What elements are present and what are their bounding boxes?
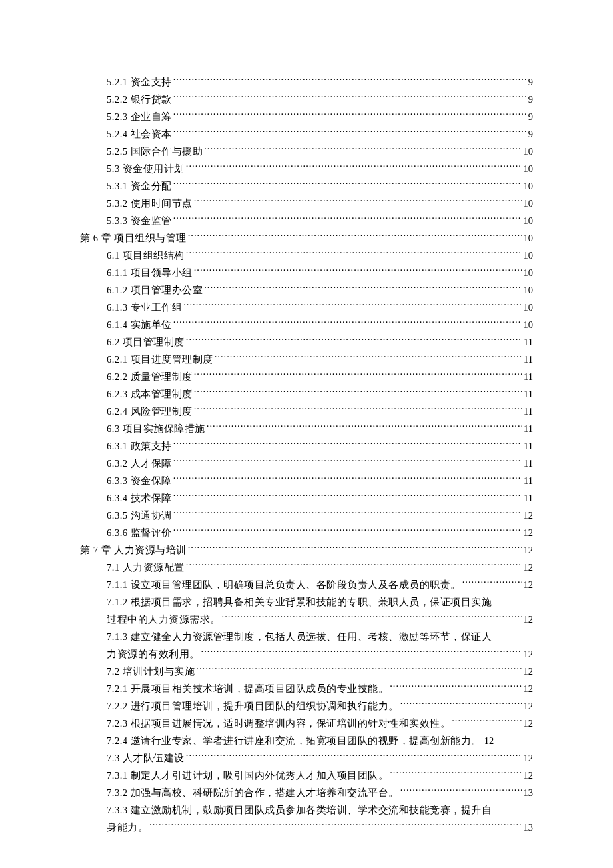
toc-leader-dots: [188, 544, 522, 554]
toc-leader-dots: [462, 579, 522, 589]
toc-entry[interactable]: 5.2.4 社会资本9: [80, 125, 533, 143]
toc-entry[interactable]: 7.2.1 开展项目相关技术培训，提高项目团队成员的专业技能。 12: [80, 680, 533, 697]
toc-entry[interactable]: 5.2.2 银行贷款9: [80, 91, 533, 108]
toc-page-number: 12: [524, 507, 534, 524]
toc-page-number: 11: [524, 385, 533, 403]
toc-entry[interactable]: 6.1 项目组织结构10: [80, 247, 533, 264]
toc-entry[interactable]: 6.1.2 项目管理办公室10: [80, 281, 533, 299]
toc-entry[interactable]: 5.2.1 资金支持9: [80, 73, 533, 91]
toc-entry-title: 7.3.2 加强与高校、科研院所的合作，搭建人才培养和交流平台。: [107, 784, 399, 801]
toc-entry[interactable]: 6.2.2 质量管理制度11: [80, 368, 533, 385]
toc-entry-title: 6.1.1 项目领导小组: [107, 264, 193, 281]
toc-entry[interactable]: 6.3.3 资金保障 11: [80, 472, 533, 489]
toc-leader-dots: [186, 249, 522, 259]
toc-page-number: 9: [528, 91, 533, 108]
toc-entry[interactable]: 7.1.1 设立项目管理团队，明确项目总负责人、各阶段负责人及各成员的职责。 1…: [80, 576, 533, 593]
toc-entry[interactable]: 7.1 人力资源配置12: [80, 559, 533, 576]
toc-entry-title: 7.3.1 制定人才引进计划，吸引国内外优秀人才加入项目团队。: [107, 767, 388, 784]
toc-page-number: 10: [524, 195, 534, 212]
toc-leader-dots: [194, 197, 522, 207]
toc-page-number: 12: [524, 611, 534, 628]
toc-entry[interactable]: 6.3.1 政策支持 11: [80, 437, 533, 455]
toc-page-number: 10: [524, 160, 534, 177]
toc-entry[interactable]: 6.3.2 人才保障 11: [80, 455, 533, 472]
toc-entry[interactable]: 7.1.3 建立健全人力资源管理制度，包括人员选拔、任用、考核、激励等环节，保证…: [80, 628, 533, 645]
toc-entry-title: 5.2.1 资金支持: [107, 73, 172, 91]
toc-entry[interactable]: 6.2 项目管理制度11: [80, 333, 533, 351]
toc-entry[interactable]: 6.3.5 沟通协调 12: [80, 507, 533, 524]
toc-leader-dots: [207, 423, 522, 433]
toc-entry-continuation[interactable]: 身能力。 13: [80, 819, 533, 836]
toc-page-number: 11: [524, 351, 533, 368]
toc-page-number: 9: [528, 73, 533, 91]
toc-entry[interactable]: 6.3 项目实施保障措施11: [80, 420, 533, 437]
toc-entry[interactable]: 第 6 章 项目组织与管理10: [80, 229, 533, 247]
toc-leader-dots: [173, 128, 527, 138]
toc-page-number: 12: [524, 697, 534, 715]
toc-page-number: 12: [524, 559, 534, 576]
toc-entry[interactable]: 5.3.3 资金监管 10: [80, 212, 533, 229]
toc-entry[interactable]: 6.3.4 技术保障 11: [80, 489, 533, 507]
toc-entry-title: 7.1 人力资源配置: [107, 559, 185, 576]
toc-entry[interactable]: 6.3.6 监督评价 12: [80, 524, 533, 541]
toc-leader-dots: [194, 371, 522, 381]
toc-entry[interactable]: 7.3 人才队伍建设12: [80, 749, 533, 767]
toc-entry[interactable]: 5.3.2 使用时间节点10: [80, 195, 533, 212]
toc-leader-dots: [149, 821, 522, 831]
toc-leader-dots: [186, 336, 522, 346]
toc-entry[interactable]: 5.3 资金使用计划10: [80, 160, 533, 177]
toc-entry[interactable]: 7.2 培训计划与实施12: [80, 663, 533, 680]
toc-leader-dots: [173, 509, 522, 519]
toc-entry[interactable]: 7.3.2 加强与高校、科研院所的合作，搭建人才培养和交流平台。 13: [80, 784, 533, 801]
toc-entry[interactable]: 7.2.3 根据项目进展情况，适时调整培训内容，保证培训的针对性和实效性。 12: [80, 715, 533, 732]
table-of-contents: 5.2.1 资金支持95.2.2 银行贷款95.2.3 企业自筹95.2.4 社…: [80, 73, 533, 836]
toc-leader-dots: [173, 440, 522, 450]
toc-entry[interactable]: 7.3.1 制定人才引进计划，吸引国内外优秀人才加入项目团队。 12: [80, 767, 533, 784]
toc-leader-dots: [173, 527, 522, 537]
toc-entry[interactable]: 6.2.1 项目进度管理制度11: [80, 351, 533, 368]
toc-entry-title: 7.1.3 建立健全人力资源管理制度，包括人员选拔、任用、考核、激励等环节，保证…: [107, 628, 492, 645]
toc-page-number: 10: [524, 177, 534, 195]
toc-leader-dots: [222, 613, 522, 623]
toc-entry-title: 6.2.4 风险管理制度: [107, 403, 193, 420]
toc-page-number: 11: [524, 437, 533, 455]
toc-leader-dots: [173, 475, 522, 485]
toc-page-number: 11: [524, 333, 533, 351]
toc-entry-title: 力资源的有效利用。: [107, 645, 200, 663]
toc-page-number: 12: [524, 645, 534, 663]
toc-entry-title: 7.2.1 开展项目相关技术培训，提高项目团队成员的专业技能。: [107, 680, 388, 697]
toc-entry-title: 5.2.4 社会资本: [107, 125, 172, 143]
toc-page-number: 11: [524, 455, 533, 472]
toc-entry[interactable]: 5.2.3 企业自筹9: [80, 108, 533, 125]
toc-entry-title: 6.3.2 人才保障: [107, 455, 172, 472]
toc-entry[interactable]: 6.1.1 项目领导小组10: [80, 264, 533, 281]
toc-page-number: 12: [524, 663, 534, 680]
toc-entry-title: 6.1.4 实施单位: [107, 316, 172, 333]
toc-entry[interactable]: 7.2.2 进行项目管理培训，提升项目团队的组织协调和执行能力。 12: [80, 697, 533, 715]
toc-leader-dots: [188, 232, 522, 242]
toc-entry[interactable]: 5.2.5 国际合作与援助10: [80, 143, 533, 160]
toc-leader-dots: [452, 717, 522, 727]
toc-entry[interactable]: 第 7 章 人力资源与培训12: [80, 541, 533, 559]
toc-entry[interactable]: 6.1.4 实施单位 10: [80, 316, 533, 333]
toc-page-number: 13: [524, 784, 534, 801]
toc-entry[interactable]: 6.2.4 风险管理制度11: [80, 403, 533, 420]
toc-entry-continuation[interactable]: 过程中的人力资源需求。 12: [80, 611, 533, 628]
toc-entry[interactable]: 7.1.2 根据项目需求，招聘具备相关专业背景和技能的专职、兼职人员，保证项目实…: [80, 593, 533, 611]
toc-page-number: 11: [524, 368, 533, 385]
toc-entry[interactable]: 7.3.3 建立激励机制，鼓励项目团队成员参加各类培训、学术交流和技能竞赛，提升…: [80, 801, 533, 819]
toc-page-number: 12: [484, 732, 494, 749]
toc-leader-dots: [194, 405, 522, 415]
toc-entry[interactable]: 6.2.3 成本管理制度11: [80, 385, 533, 403]
toc-entry[interactable]: 5.3.1 资金分配 10: [80, 177, 533, 195]
toc-entry-title: 第 7 章 人力资源与培训: [80, 541, 187, 559]
toc-entry-title: 5.3.2 使用时间节点: [107, 195, 193, 212]
toc-entry-title: 第 6 章 项目组织与管理: [80, 229, 187, 247]
toc-entry-title: 7.2.3 根据项目进展情况，适时调整培训内容，保证培训的针对性和实效性。: [107, 715, 450, 732]
toc-entry-title: 6.2.1 项目进度管理制度: [107, 351, 213, 368]
toc-entry[interactable]: 6.1.3 专业工作组10: [80, 299, 533, 316]
toc-entry[interactable]: 7.2.4 邀请行业专家、学者进行讲座和交流，拓宽项目团队的视野，提高创新能力。…: [80, 732, 533, 749]
toc-entry-continuation[interactable]: 力资源的有效利用。 12: [80, 645, 533, 663]
toc-entry-title: 6.2 项目管理制度: [107, 333, 185, 351]
toc-page-number: 10: [524, 316, 534, 333]
